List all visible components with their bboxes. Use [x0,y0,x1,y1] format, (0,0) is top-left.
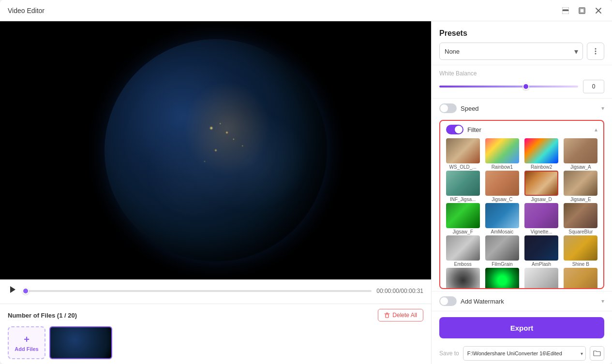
filter-name-jigsaw-c: Jigsaw_C [492,197,512,202]
wb-slider-thumb[interactable] [522,83,529,90]
wb-slider-track[interactable] [439,86,578,87]
close-button[interactable] [593,5,604,16]
folder-icon [593,349,601,357]
filter-item-jigsaw-d[interactable]: Jigsaw_D [523,171,560,202]
filter-item-jigsaw-e[interactable]: Jigsaw_E [562,171,599,202]
watermark-chevron-icon: ▾ [601,298,604,305]
filter-item-camcorder[interactable]: Camcorder [523,268,560,288]
filter-toggle-knob [455,126,463,133]
earth-sphere [104,39,327,262]
filter-name-jigsaw-e: Jigsaw_E [570,197,591,202]
filter-item-inf-jigsa[interactable]: INF_Jigsa... [444,171,481,202]
watermark-toggle[interactable] [439,296,457,306]
add-files-button[interactable]: + Add Files [8,326,45,359]
filter-name-rainbow1: Rainbow1 [492,164,513,170]
presets-select[interactable]: None Preset 1 Preset 2 [439,43,583,60]
play-button[interactable] [8,285,17,297]
filter-thumb-nightglas [485,268,519,288]
play-icon [9,286,16,293]
save-to-label: Save to [439,350,459,357]
filter-thumb-emboss [446,235,480,261]
presets-select-wrapper: None Preset 1 Preset 2 ▾ [439,43,583,60]
progress-track[interactable] [22,290,372,292]
file-manager: Number of Files (1 / 20) Delete All + Ad… [0,304,431,364]
export-button[interactable]: Export [439,317,604,338]
filter-item-screen[interactable]: Screen [562,268,599,288]
filter-item-jigsaw-a[interactable]: Jigsaw_A [562,138,599,170]
filter-thumb-rainbow1 [485,138,519,163]
white-balance-label: White Balance [439,70,604,77]
speed-toggle-knob [440,104,448,112]
plus-icon: + [24,334,30,345]
filter-label: Filter [467,126,481,133]
export-section: Export [432,311,612,342]
svg-point-12 [595,51,597,52]
filter-thumb-inf-jigsa [446,171,480,196]
filter-thumb-jigsaw-c [485,171,519,196]
title-buttons [560,5,604,16]
filter-header: Filter ▴ [440,121,603,138]
filter-item-ammosaic[interactable]: AmMosaic [483,203,521,234]
save-path-wrapper: F:\Wondershare UniConverter 16\Edited ▾ [463,346,586,361]
right-panel: Presets None Preset 1 Preset 2 ▾ [431,21,612,364]
filter-toggle[interactable] [446,125,463,134]
add-files-label: Add Files [15,346,39,352]
minimize-button[interactable] [560,5,571,16]
video-panel: 00:00:00/00:00:31 Number of Files (1 / 2… [0,21,431,364]
save-path-select[interactable]: F:\Wondershare UniConverter 16\Edited [463,346,586,361]
delete-all-button[interactable]: Delete All [378,309,423,321]
progress-thumb[interactable] [22,288,29,294]
filter-name-filmgrain: FilmGrain [492,262,512,267]
minimize-icon [562,7,569,14]
wb-value-box[interactable]: 0 [583,80,604,93]
filter-item-shineb[interactable]: Shine B [562,235,599,267]
filter-row-1: INF_Jigsa... Jigsaw_C Jigsaw_D Jigs [444,171,599,202]
filter-item-filmgrain[interactable]: FilmGrain [483,235,521,267]
filter-name-rainbow2: Rainbow2 [531,164,552,170]
filter-item-ws-old[interactable]: WS_OLD_... [444,138,481,170]
filter-item-vignette[interactable]: Vignette... [523,203,560,234]
filter-row-4: Sight NightGlas... Camcorder Screen [444,268,599,288]
filter-name-shineb: Shine B [572,262,589,267]
close-icon [595,7,602,14]
filter-thumb-camcorder [524,268,558,288]
filter-item-sight[interactable]: Sight [444,268,481,288]
watermark-row: Add Watermark ▾ [432,291,612,311]
filter-name-ws-old: WS_OLD_... [449,164,477,170]
browse-folder-button[interactable] [590,346,604,361]
filter-item-squareblur[interactable]: SquareBlur [562,203,599,234]
file-thumbnail-1[interactable] [49,326,112,359]
earth-visual [0,21,431,279]
main-content: 00:00:00/00:00:31 Number of Files (1 / 2… [0,21,612,364]
filter-item-jigsaw-c[interactable]: Jigsaw_C [483,171,521,202]
filter-thumb-shineb [564,235,597,261]
speed-toggle[interactable] [439,103,457,113]
filter-thumb-ammosaic [485,203,519,228]
svg-marker-7 [10,286,15,293]
filter-thumb-rainbow2 [524,138,558,163]
filter-name-ammosaic: AmMosaic [491,229,514,234]
filter-item-nightglas[interactable]: NightGlas... [483,268,521,288]
filter-grid[interactable]: WS_OLD_... Rainbow1 Rainbow2 Jigsaw [440,138,603,288]
svg-rect-8 [386,314,388,318]
white-balance-row: White Balance 0 [432,65,612,98]
filter-row-0: WS_OLD_... Rainbow1 Rainbow2 Jigsaw [444,138,599,170]
filter-item-rainbow1[interactable]: Rainbow1 [483,138,521,170]
filter-item-amplash[interactable]: AmPlash [523,235,560,267]
filter-name-emboss: Emboss [454,262,472,267]
filter-item-rainbow2[interactable]: Rainbow2 [523,138,560,170]
maximize-button[interactable] [576,5,588,16]
wb-slider-row: 0 [439,80,604,93]
filter-thumb-filmgrain [485,235,519,261]
presets-header: Presets None Preset 1 Preset 2 ▾ [432,21,612,65]
presets-row: None Preset 1 Preset 2 ▾ [439,43,604,60]
filter-thumb-sight [446,268,480,288]
more-options-button[interactable] [587,43,604,60]
filter-name-squareblur: SquareBlur [568,229,593,234]
filter-item-jigsaw-f[interactable]: Jigsaw_F [444,203,481,234]
filter-thumb-ws-old [446,138,480,163]
speed-row[interactable]: Speed ▾ [432,98,612,118]
filter-left: Filter [446,125,481,134]
filter-thumb-squareblur [564,203,597,228]
filter-item-emboss[interactable]: Emboss [444,235,481,267]
